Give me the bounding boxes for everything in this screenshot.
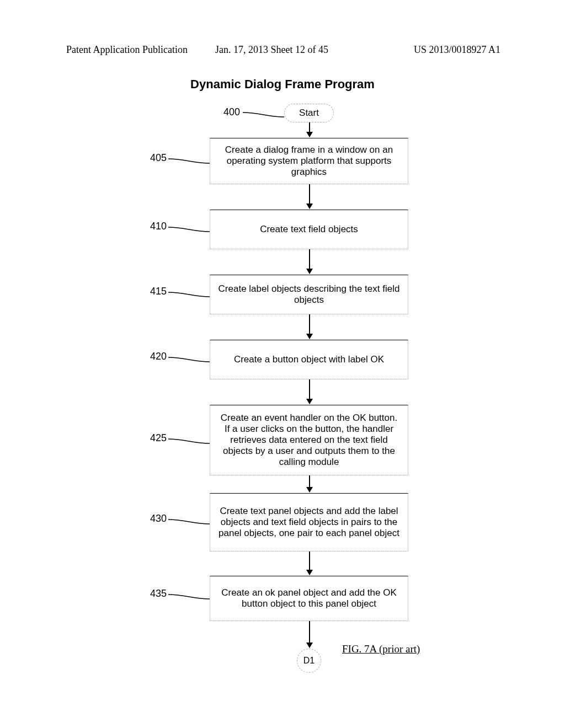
arrow-6 — [309, 552, 310, 575]
step-410: Create text field objects — [210, 210, 408, 249]
lead-415 — [168, 289, 210, 300]
header-left: Patent Application Publication — [66, 44, 188, 56]
step-435: Create an ok panel object and add the OK… — [210, 576, 408, 621]
label-420: 420 — [150, 351, 167, 362]
label-400: 400 — [223, 106, 240, 118]
lead-430 — [168, 516, 210, 527]
arrow-1 — [309, 184, 310, 208]
arrow-5 — [309, 475, 310, 492]
label-425: 425 — [150, 432, 167, 444]
label-405: 405 — [150, 152, 167, 164]
arrow-7 — [309, 621, 310, 647]
arrow-2 — [309, 249, 310, 274]
diagram-title: Dynamic Dialog Frame Program — [0, 77, 565, 92]
step-425: Create an event handler on the OK button… — [210, 405, 408, 475]
header-mid: Jan. 17, 2013 Sheet 12 of 45 — [215, 44, 328, 56]
arrow-4 — [309, 379, 310, 404]
label-430: 430 — [150, 513, 167, 524]
lead-410 — [168, 224, 210, 235]
lead-425 — [168, 436, 210, 447]
label-435: 435 — [150, 588, 167, 599]
start-terminator: Start — [284, 104, 334, 122]
label-415: 415 — [150, 286, 167, 297]
lead-435 — [168, 591, 210, 602]
step-420: Create a button object with label OK — [210, 340, 408, 379]
step-430: Create text panel objects and add the la… — [210, 493, 408, 552]
lead-405 — [168, 156, 210, 167]
step-415: Create label objects describing the text… — [210, 275, 408, 314]
lead-420 — [168, 354, 210, 365]
arrow-0 — [309, 122, 310, 137]
arrow-3 — [309, 314, 310, 339]
lead-400 — [243, 109, 284, 120]
header-right: US 2013/0018927 A1 — [414, 44, 500, 56]
figure-label: FIG. 7A (prior art) — [342, 643, 420, 655]
label-410: 410 — [150, 221, 167, 232]
connector-d1: D1 — [297, 649, 321, 673]
step-405: Create a dialog frame in a window on an … — [210, 138, 408, 184]
